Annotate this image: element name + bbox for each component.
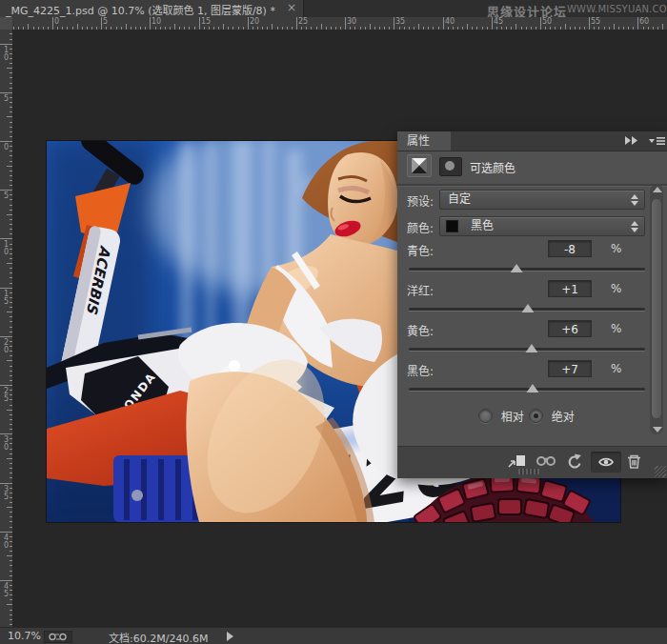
yellow-value-input[interactable]: +6 <box>548 320 592 337</box>
radio-relative[interactable]: 相对 <box>478 408 524 423</box>
close-icon[interactable]: × <box>287 1 296 14</box>
magenta-slider-track[interactable] <box>409 308 645 311</box>
color-label: 颜色: <box>407 219 434 235</box>
magenta-label: 洋红: <box>407 282 434 298</box>
magenta-slider-thumb[interactable] <box>521 304 534 312</box>
radio-absolute[interactable]: 绝对 <box>529 408 575 423</box>
statusbar: 10.7% 文档:60.2M/240.6M <box>0 627 667 644</box>
panel-menu-icon[interactable] <box>649 135 665 147</box>
radio-relative-label: 相对 <box>501 408 524 424</box>
toggle-visibility-button[interactable] <box>591 452 621 473</box>
preset-label: 预设: <box>407 192 434 209</box>
preset-select[interactable]: 自定 <box>439 190 645 210</box>
black-slider-thumb[interactable] <box>526 384 538 392</box>
panel-resize-grip[interactable] <box>518 469 539 474</box>
magenta-unit: % <box>611 282 621 295</box>
divider <box>397 184 667 187</box>
yellow-slider-track[interactable] <box>409 348 645 351</box>
cyan-slider-thumb[interactable] <box>511 264 523 272</box>
properties-panel: 属性 可选颜色 预设: 自定 <box>397 131 667 478</box>
scroll-up-icon[interactable] <box>653 187 662 192</box>
panel-corner-grip[interactable] <box>655 466 666 477</box>
yellow-unit: % <box>611 322 621 335</box>
zoom-level-field[interactable]: 10.7% <box>8 630 41 642</box>
collapse-panel-icon[interactable] <box>624 135 638 146</box>
black-slider-track[interactable] <box>409 388 645 391</box>
document-title: _MG_4225_1.psd @ 10.7% (选取颜色 1, 图层蒙版/8) … <box>6 2 275 17</box>
selective-color-icon[interactable] <box>407 154 432 177</box>
titlebar: _MG_4225_1.psd @ 10.7% (选取颜色 1, 图层蒙版/8) … <box>0 0 667 17</box>
color-select[interactable]: 黑色 <box>439 216 645 236</box>
cyan-label: 青色: <box>407 242 434 258</box>
watermark-url: WWW.MISSYUAN.COM <box>567 4 667 14</box>
delete-adjustment-icon[interactable] <box>626 453 647 471</box>
black-unit: % <box>611 362 621 375</box>
preset-value: 自定 <box>448 192 471 206</box>
color-swatch <box>446 220 458 232</box>
radio-absolute-label: 绝对 <box>552 408 575 424</box>
black-label: 黑色: <box>407 362 434 378</box>
magenta-value-input[interactable]: +1 <box>548 280 592 297</box>
document-size-info: 文档:60.2M/240.6M <box>109 630 208 644</box>
black-value-input[interactable]: +7 <box>548 360 592 377</box>
reset-adjustment-icon[interactable] <box>565 453 586 471</box>
panel-header: 属性 <box>397 131 667 151</box>
updown-arrows-icon <box>631 193 639 207</box>
photoshop-window: _MG_4225_1.psd @ 10.7% (选取颜色 1, 图层蒙版/8) … <box>0 0 667 644</box>
top-ruler[interactable]: 051015202530354045505560 <box>12 17 667 30</box>
layer-mask-icon[interactable] <box>439 157 462 176</box>
updown-arrows-icon <box>631 220 639 233</box>
tab-properties[interactable]: 属性 <box>397 131 451 151</box>
eye-icon <box>598 456 614 468</box>
document-tab[interactable]: _MG_4225_1.psd @ 10.7% (选取颜色 1, 图层蒙版/8) … <box>0 0 304 17</box>
cyan-unit: % <box>611 242 621 255</box>
cyan-slider-track[interactable] <box>409 268 645 271</box>
status-menu-arrow-icon[interactable] <box>227 632 233 641</box>
panel-scrollbar-thumb[interactable] <box>651 198 662 419</box>
panel-bottom-bar <box>397 446 667 478</box>
yellow-label: 黄色: <box>407 322 434 338</box>
cyan-value-input[interactable]: -8 <box>548 240 592 257</box>
status-gears-icon <box>44 631 72 643</box>
radio-relative-circle[interactable] <box>478 409 493 423</box>
radio-absolute-circle[interactable] <box>529 409 543 423</box>
ruler-corner <box>0 17 13 30</box>
yellow-slider-thumb[interactable] <box>525 344 537 352</box>
adjustment-title: 可选颜色 <box>470 159 515 175</box>
left-ruler[interactable]: 105051015202530354045 <box>0 30 13 627</box>
scroll-down-icon[interactable] <box>653 427 662 433</box>
